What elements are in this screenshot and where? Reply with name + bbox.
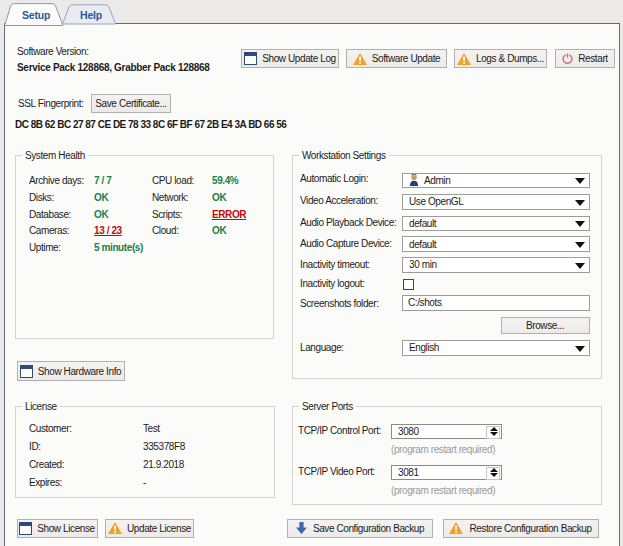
svg-text:Setup: Setup	[22, 9, 50, 21]
svg-text:Help: Help	[80, 9, 102, 21]
